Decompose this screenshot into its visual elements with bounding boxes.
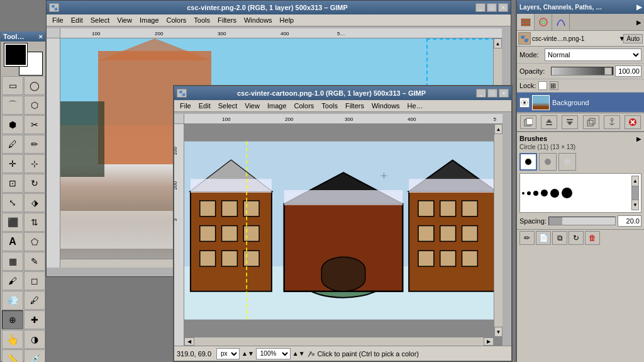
toolbox-close-btn[interactable]: ×	[39, 33, 43, 40]
measure-tool[interactable]: 📏	[2, 349, 23, 362]
second-maximize-btn[interactable]: □	[487, 89, 497, 98]
pencil-tool[interactable]: ✏	[24, 135, 45, 154]
brushes-new-btn[interactable]: 📄	[536, 231, 551, 245]
menu-file[interactable]: File	[49, 16, 67, 25]
brushes-edit-btn[interactable]: ✏	[519, 231, 535, 245]
smudge-tool[interactable]: 👆	[2, 330, 23, 349]
file-dropdown-arrow[interactable]: ▼	[618, 35, 622, 42]
menu-view[interactable]: View	[114, 16, 135, 25]
scrollbar-up-btn[interactable]: ▲	[494, 38, 502, 48]
second-scrollbar-v[interactable]: ▲ ▼	[494, 124, 502, 337]
menu-image[interactable]: Image	[136, 16, 162, 25]
paths-tool[interactable]: 🖊	[2, 135, 23, 154]
menu-windows[interactable]: Windows	[241, 16, 275, 25]
second-close-btn[interactable]: ×	[499, 89, 509, 98]
zoom-arrows[interactable]: ▲▼	[292, 350, 305, 357]
shear-tool[interactable]: ⬗	[24, 193, 45, 212]
foreground-background-colors[interactable]	[4, 43, 42, 75]
second-scrollbar-up[interactable]: ▲	[494, 124, 502, 134]
layers-panel-expand[interactable]: ▶	[636, 3, 641, 11]
brushes-expand-btn[interactable]: ▶	[636, 135, 641, 142]
spacing-value-input[interactable]	[618, 215, 641, 227]
second-scrollbar-h[interactable]: ◀ ▶	[184, 337, 494, 346]
foreground-color-swatch[interactable]	[4, 43, 27, 66]
main-window-titlebar[interactable]: 🐾 csc-vinter.png-2.0 (RGB, 1 layer) 500x…	[47, 1, 511, 14]
menu-edit[interactable]: Edit	[68, 16, 86, 25]
duplicate-layer-btn[interactable]	[583, 115, 599, 129]
second-minimize-btn[interactable]: _	[476, 89, 486, 98]
unit-selector[interactable]: px % in	[216, 348, 240, 359]
brush-swatch-3[interactable]	[558, 153, 576, 171]
opacity-slider-handle[interactable]	[604, 67, 612, 75]
free-select-tool[interactable]: ⌒	[2, 96, 23, 115]
paintbrush-tool[interactable]: 🖌	[2, 271, 23, 290]
unit-arrows[interactable]: ▲▼	[242, 350, 254, 357]
second-menu-filters[interactable]: Filters	[342, 101, 367, 110]
brushes-delete-btn[interactable]: 🗑	[585, 231, 600, 245]
menu-colors[interactable]: Colors	[164, 16, 190, 25]
alignment-tool[interactable]: ⊹	[24, 154, 45, 173]
lower-layer-btn[interactable]	[562, 115, 578, 129]
opacity-slider[interactable]	[551, 67, 614, 76]
menu-filters[interactable]: Filters	[214, 16, 240, 25]
layers-panel-titlebar[interactable]: Layers, Channels, Paths, … ▶	[517, 0, 644, 14]
toolbox-titlebar[interactable]: Tool… ×	[1, 31, 45, 42]
healing-tool[interactable]: ✚	[24, 310, 45, 329]
perspective-tool[interactable]: ⬛	[2, 213, 23, 232]
main-close-btn[interactable]: ×	[498, 3, 508, 12]
brush-swatch-1[interactable]	[519, 153, 537, 171]
layer-item-background[interactable]: Background	[517, 93, 644, 113]
brushes-scroll-down[interactable]: ▼	[632, 200, 638, 210]
bucket-fill-tool[interactable]: ⬠	[24, 232, 45, 251]
second-menu-select[interactable]: Select	[215, 101, 241, 110]
move-tool[interactable]: ✛	[2, 154, 23, 173]
new-layer-btn[interactable]	[520, 115, 536, 129]
blend-tool[interactable]: ▦	[2, 252, 23, 271]
second-scrollbar-down[interactable]: ▼	[494, 327, 502, 337]
main-minimize-btn[interactable]: _	[475, 3, 486, 12]
second-menu-colors[interactable]: Colors	[291, 101, 318, 110]
clone-tool[interactable]: ⊕	[2, 310, 23, 329]
scissors-tool[interactable]: ✂	[24, 115, 45, 134]
tab-channels[interactable]	[535, 14, 552, 30]
second-menu-file[interactable]: File	[177, 101, 194, 110]
erase-tool[interactable]: ◻	[24, 271, 45, 290]
menu-help[interactable]: Help	[277, 16, 297, 25]
rect-select-tool[interactable]: ▭	[2, 76, 23, 95]
second-menu-windows[interactable]: Windows	[369, 101, 403, 110]
auto-button[interactable]: Auto	[623, 34, 643, 43]
menu-select[interactable]: Select	[87, 16, 113, 25]
second-scrollbar-right[interactable]: ▶	[484, 337, 494, 346]
brushes-scroll-up[interactable]: ▲	[632, 176, 638, 186]
mode-selector[interactable]: Normal Multiply Screen	[545, 48, 641, 61]
tab-layers[interactable]	[517, 14, 535, 30]
second-menu-he[interactable]: He…	[404, 101, 426, 110]
pencil-tool2[interactable]: ✎	[24, 252, 45, 271]
brushes-scrollbar[interactable]: ▲ ▼	[631, 176, 639, 210]
menu-tools[interactable]: Tools	[191, 16, 213, 25]
brushes-dup-btn[interactable]: ⧉	[552, 231, 567, 245]
color-select-tool[interactable]: ⬢	[2, 115, 23, 134]
second-menu-tools[interactable]: Tools	[318, 101, 341, 110]
second-menu-edit[interactable]: Edit	[196, 101, 214, 110]
text-tool[interactable]: A	[2, 232, 23, 251]
lock-alpha-checkbox[interactable]: ⊞	[550, 81, 558, 90]
tab-paths[interactable]	[552, 14, 570, 30]
brush-dot-l[interactable]	[541, 189, 548, 196]
flip-tool[interactable]: ⇅	[24, 213, 45, 232]
dodge-burn-tool[interactable]: ◑	[24, 330, 45, 349]
main-maximize-btn[interactable]: □	[487, 3, 497, 12]
ink-tool[interactable]: 🖋	[24, 291, 45, 310]
brushes-scroll-thumb[interactable]	[632, 186, 638, 200]
second-window-titlebar[interactable]: 🐾 csc-vinter-cartoon.png-1.0 (RGB, 1 lay…	[174, 86, 511, 100]
brushes-refresh-btn[interactable]: ↻	[569, 231, 584, 245]
lock-pixels-checkbox[interactable]	[538, 81, 547, 90]
anchor-layer-btn[interactable]	[604, 115, 620, 129]
opacity-value-input[interactable]	[615, 65, 641, 77]
zoom-selector[interactable]: 100% 50% 200%	[256, 348, 291, 359]
spacing-slider[interactable]	[548, 217, 616, 225]
second-scrollbar-left[interactable]: ◀	[184, 337, 194, 346]
layers-panel-options[interactable]: ▶	[634, 14, 644, 30]
fuzzy-select-tool[interactable]: ⬡	[24, 96, 45, 115]
second-menu-image[interactable]: Image	[264, 101, 290, 110]
